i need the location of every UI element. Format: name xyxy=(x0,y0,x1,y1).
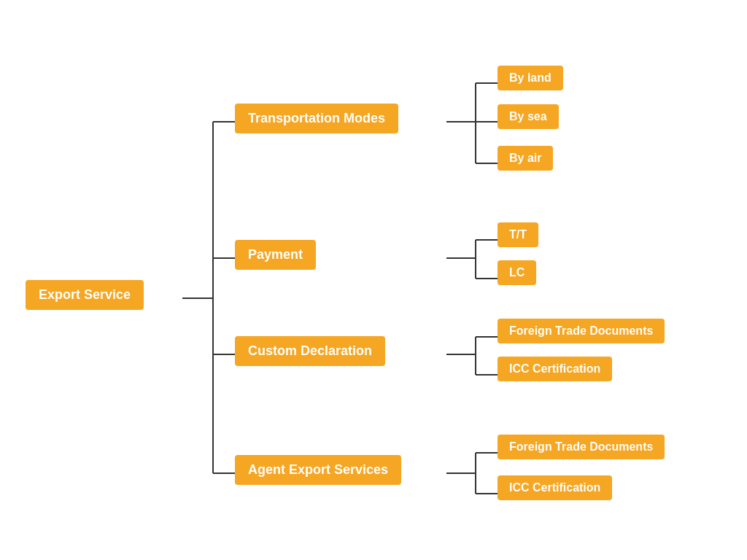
payment-node: Payment xyxy=(235,240,316,270)
agent-ftd-node: Foreign Trade Documents xyxy=(498,435,665,459)
by-land-node: By land xyxy=(498,66,563,90)
diagram: Export Service Transportation Modes Paym… xyxy=(16,10,731,550)
custom-ftd-node: Foreign Trade Documents xyxy=(498,319,665,343)
transportation-node: Transportation Modes xyxy=(235,104,398,133)
lc-node: LC xyxy=(498,260,536,285)
agent-icc-node: ICC Certification xyxy=(498,475,612,500)
by-sea-node: By sea xyxy=(498,104,559,129)
root-node: Export Service xyxy=(26,280,144,310)
agent-node: Agent Export Services xyxy=(235,455,401,485)
custom-node: Custom Declaration xyxy=(235,336,385,366)
by-air-node: By air xyxy=(498,146,553,171)
tt-node: T/T xyxy=(498,222,538,247)
custom-icc-node: ICC Certification xyxy=(498,357,612,381)
